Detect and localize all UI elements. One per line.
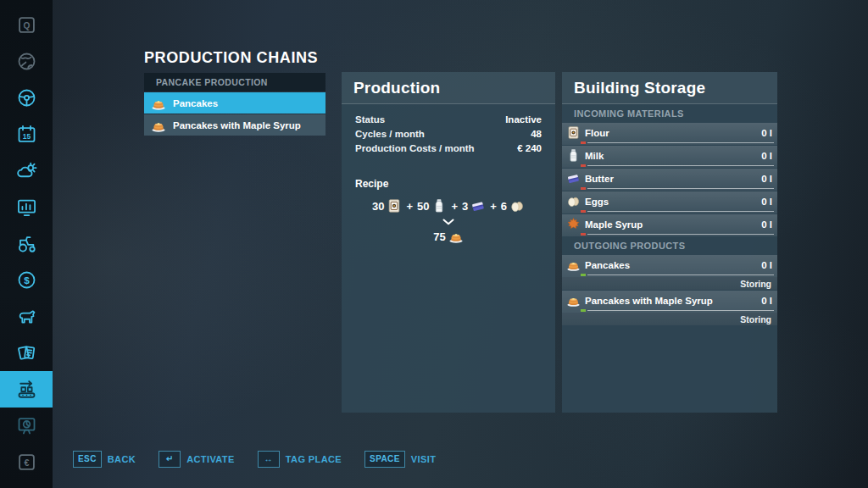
- sidebar-item-construction[interactable]: [0, 408, 53, 444]
- pancakes-icon: [151, 118, 166, 133]
- pancakes-icon: [566, 258, 581, 272]
- storage-row-value: 0 l: [761, 296, 772, 306]
- storage-row-value: 0 l: [761, 174, 772, 184]
- pancakes-icon: [448, 229, 464, 244]
- recipe-qty: 6: [501, 200, 507, 213]
- key-hint-back[interactable]: ESC BACK: [73, 451, 136, 468]
- storage-row-label: Butter: [585, 174, 761, 184]
- sidebar-item-weather[interactable]: [0, 152, 53, 189]
- bottom-key-hints: ESC BACK ↵ ACTIVATE ↔ TAG PLACE SPACE VI…: [73, 451, 436, 468]
- fill-level-marker: [581, 274, 586, 276]
- production-chains-screen: Q 15 $ € PRODUCTION CHAINS PANCAKE PRODU…: [0, 0, 868, 488]
- key-hint-label: VISIT: [411, 454, 437, 464]
- stat-value: Inactive: [505, 113, 542, 127]
- eggs-icon: [566, 194, 581, 208]
- storage-row-value: 0 l: [761, 128, 772, 138]
- recipe-output-qty: 75: [433, 230, 445, 243]
- stat-label: Status: [355, 113, 385, 127]
- sidebar-item-map[interactable]: [0, 43, 53, 80]
- key-hint-tag-place[interactable]: ↔ TAG PLACE: [258, 451, 342, 468]
- keycap: ESC: [73, 451, 102, 468]
- recipe-output: 75: [342, 229, 555, 244]
- sidebar-item-garage[interactable]: [0, 225, 53, 262]
- sidebar-item-production-chains[interactable]: [0, 371, 53, 408]
- fill-level-marker: [581, 210, 586, 213]
- svg-text:$: $: [24, 274, 30, 286]
- storage-row-value: 0 l: [761, 151, 772, 161]
- plus-sign: +: [451, 200, 458, 213]
- fill-level-bar: [562, 164, 777, 168]
- storage-row-label: Pancakes: [585, 260, 761, 270]
- recipe-qty: 30: [372, 200, 384, 213]
- incoming-materials-header: INCOMING MATERIALS: [562, 104, 777, 122]
- building-storage-panel: Building Storage INCOMING MATERIALS Flou…: [562, 72, 777, 413]
- production-stats: Status Inactive Cycles / month 48 Produc…: [342, 104, 555, 156]
- storage-row-label: Pancakes with Maple Syrup: [585, 296, 761, 306]
- sidebar-item-finances[interactable]: $: [0, 262, 53, 298]
- weather-icon: [15, 159, 38, 182]
- chain-item-label: Pancakes with Maple Syrup: [173, 120, 301, 130]
- stat-row: Status Inactive: [355, 113, 542, 127]
- flour-icon: [387, 198, 402, 214]
- outgoing-products-header: OUTGOING PRODUCTS: [562, 236, 777, 254]
- sidebar-item-vehicles[interactable]: [0, 80, 53, 116]
- storage-row-label: Milk: [585, 151, 761, 161]
- chain-list-item[interactable]: Pancakes: [144, 92, 326, 114]
- storage-row: Milk 0 l: [562, 146, 777, 168]
- sidebar-item-calendar[interactable]: 15: [0, 116, 53, 152]
- svg-text:€: €: [24, 458, 29, 468]
- storage-row-value: 0 l: [761, 219, 772, 230]
- fill-level-marker: [581, 309, 586, 312]
- stat-label: Cycles / month: [355, 127, 425, 141]
- pancakes-icon: [151, 96, 166, 111]
- map-icon: [15, 50, 38, 73]
- fill-level-bar: [562, 186, 777, 191]
- production-chain-icon: [15, 378, 38, 401]
- fill-level-bar: [562, 141, 777, 145]
- pancakes-icon: [566, 293, 581, 308]
- recipe-heading: Recipe: [342, 156, 555, 190]
- storage-panel-title: Building Storage: [562, 72, 777, 104]
- storage-row-label: Maple Syrup: [585, 219, 761, 230]
- flour-icon: [566, 125, 581, 140]
- recipe-qty: 3: [462, 200, 468, 213]
- storage-row: Butter 0 l: [562, 169, 777, 191]
- fill-level-marker: [581, 141, 586, 144]
- storage-row-value: 0 l: [761, 260, 772, 270]
- storage-status: Storing: [562, 313, 777, 325]
- recipe-qty: 50: [417, 200, 429, 213]
- stat-label: Production Costs / month: [355, 141, 475, 156]
- chain-item-label: Pancakes: [173, 98, 218, 108]
- sidebar-item-key-q[interactable]: Q: [0, 7, 53, 43]
- key-hint-activate[interactable]: ↵ ACTIVATE: [159, 451, 235, 468]
- key-hint-label: BACK: [108, 454, 136, 464]
- keycap: ↔: [258, 451, 280, 468]
- chain-group-header: PANCAKE PRODUCTION: [144, 73, 326, 92]
- sidebar-item-statistics[interactable]: [0, 189, 53, 225]
- plus-sign: +: [490, 200, 497, 213]
- milk-icon: [566, 148, 581, 163]
- plus-sign: +: [406, 200, 413, 213]
- key-hint-label: TAG PLACE: [286, 454, 342, 464]
- storage-row-value: 0 l: [761, 197, 772, 207]
- sidebar-item-economy[interactable]: €: [0, 444, 53, 480]
- tractor-icon: [15, 232, 38, 255]
- contracts-icon: [15, 341, 38, 364]
- stat-value: 48: [531, 127, 542, 141]
- chain-list-item[interactable]: Pancakes with Maple Syrup: [144, 114, 326, 136]
- sidebar-item-contracts[interactable]: [0, 335, 53, 371]
- key-hint-visit[interactable]: SPACE VISIT: [364, 451, 436, 468]
- storage-row: Pancakes 0 l Storing: [562, 255, 777, 290]
- cow-icon: [15, 305, 38, 328]
- euro-key-icon: €: [15, 451, 38, 474]
- stat-row: Cycles / month 48: [355, 127, 542, 141]
- stat-row: Production Costs / month € 240: [355, 141, 542, 156]
- storage-status: Storing: [562, 277, 777, 290]
- sidebar: Q 15 $ €: [0, 0, 53, 488]
- calendar-icon: 15: [15, 123, 38, 146]
- sidebar-item-animals[interactable]: [0, 298, 53, 335]
- butter-icon: [470, 198, 486, 214]
- chevron-down-icon: [342, 219, 555, 225]
- steering-wheel-icon: [15, 86, 38, 109]
- storage-row: Pancakes with Maple Syrup 0 l Storing: [562, 291, 777, 325]
